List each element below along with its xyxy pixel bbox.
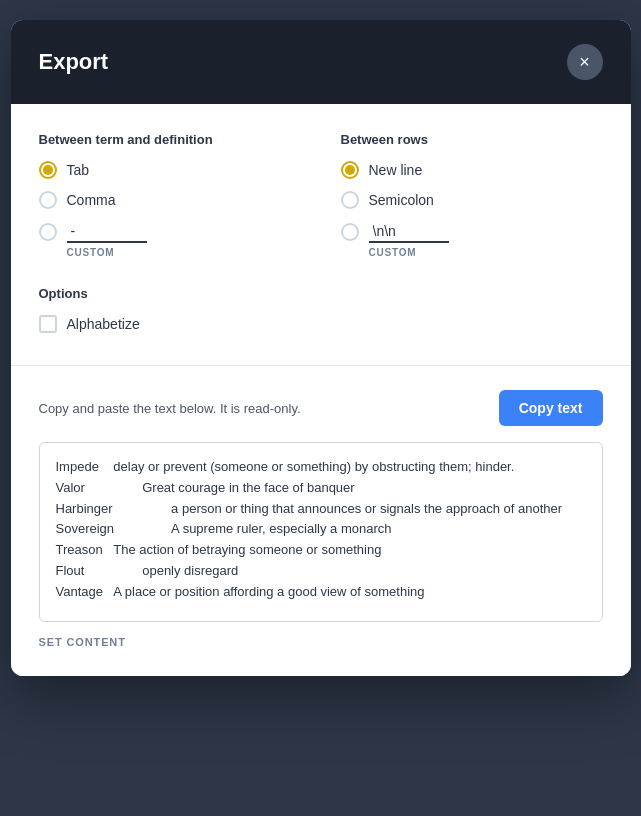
- copy-hint: Copy and paste the text below. It is rea…: [39, 401, 301, 416]
- close-button[interactable]: ×: [567, 44, 603, 80]
- radio-newline-input[interactable]: [341, 161, 359, 179]
- radio-comma-input[interactable]: [39, 191, 57, 209]
- custom-row-input[interactable]: [369, 221, 449, 243]
- radio-tab-label: Tab: [67, 162, 90, 178]
- modal-header: Export ×: [11, 20, 631, 104]
- radio-custom-term[interactable]: [39, 221, 301, 243]
- copy-top-row: Copy and paste the text below. It is rea…: [39, 390, 603, 426]
- between-rows-group: Between rows New line Semicolon CUSTOM: [341, 132, 603, 258]
- modal-overlay: Export × Between term and definition Tab: [11, 20, 631, 676]
- alphabetize-checkbox[interactable]: [39, 315, 57, 333]
- custom-term-label: CUSTOM: [67, 247, 301, 258]
- export-textarea[interactable]: Impede delay or prevent (someone or some…: [39, 442, 603, 622]
- copy-section: Copy and paste the text below. It is rea…: [39, 366, 603, 648]
- alphabetize-label: Alphabetize: [67, 316, 140, 332]
- set-content-link[interactable]: SET CONTENT: [39, 636, 603, 648]
- radio-tab[interactable]: Tab: [39, 161, 301, 179]
- radio-semicolon-label: Semicolon: [369, 192, 434, 208]
- radio-custom-row[interactable]: [341, 221, 603, 243]
- custom-row-label: CUSTOM: [369, 247, 603, 258]
- modal-title: Export: [39, 49, 109, 75]
- radio-custom-term-input[interactable]: [39, 223, 57, 241]
- radio-custom-row-input[interactable]: [341, 223, 359, 241]
- export-modal: Export × Between term and definition Tab: [11, 20, 631, 676]
- options-label: Options: [39, 286, 603, 301]
- alphabetize-row[interactable]: Alphabetize: [39, 315, 603, 333]
- radio-comma[interactable]: Comma: [39, 191, 301, 209]
- between-term-group: Between term and definition Tab Comma: [39, 132, 301, 258]
- radio-tab-input[interactable]: [39, 161, 57, 179]
- radio-semicolon[interactable]: Semicolon: [341, 191, 603, 209]
- radio-semicolon-input[interactable]: [341, 191, 359, 209]
- copy-text-button[interactable]: Copy text: [499, 390, 603, 426]
- between-rows-label: Between rows: [341, 132, 603, 147]
- custom-term-input[interactable]: [67, 221, 147, 243]
- radio-newline[interactable]: New line: [341, 161, 603, 179]
- between-term-label: Between term and definition: [39, 132, 301, 147]
- modal-body: Between term and definition Tab Comma: [11, 104, 631, 676]
- radio-comma-label: Comma: [67, 192, 116, 208]
- options-section: Options Alphabetize: [39, 286, 603, 333]
- radio-newline-label: New line: [369, 162, 423, 178]
- separator-section: Between term and definition Tab Comma: [39, 132, 603, 258]
